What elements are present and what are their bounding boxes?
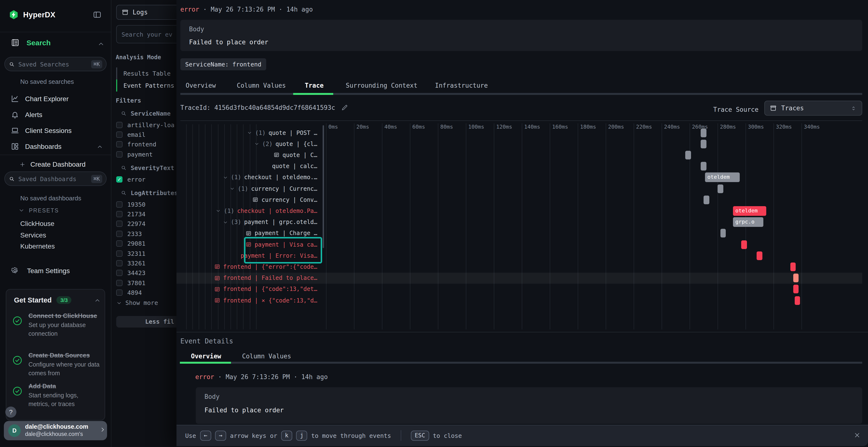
filter-option[interactable]: 34423 <box>116 268 145 278</box>
span-bar[interactable] <box>685 151 691 160</box>
sidebar-item-team-settings[interactable]: Team Settings <box>10 266 70 275</box>
close-icon[interactable] <box>854 432 861 439</box>
get-started-item[interactable]: Connect to ClickHouseSet up your databas… <box>12 312 100 338</box>
checkbox[interactable] <box>116 289 123 296</box>
checkbox[interactable] <box>116 122 123 128</box>
sidebar-item-chart-explorer[interactable]: Chart Explorer <box>0 92 111 106</box>
filter-option[interactable]: artillery-loa <box>116 120 175 130</box>
sidebar-item-dashboards[interactable]: Dashboards <box>0 139 111 154</box>
saved-searches-input[interactable]: Saved Searches ⌘K <box>4 57 106 71</box>
checkbox[interactable] <box>116 240 123 247</box>
trace-tree-row[interactable]: (1)checkout | oteldemo.Pa… <box>177 205 317 216</box>
sidebar-item-search[interactable]: Search <box>10 38 51 47</box>
trace-tree-row[interactable]: frontend | {"code":13,"det… <box>177 284 317 295</box>
user-menu[interactable]: D dale@clickhouse.com dale@clickhouse.co… <box>4 421 107 440</box>
filter-option[interactable]: 21734 <box>116 209 145 219</box>
service-name-chip[interactable]: ServiceName: frontend <box>180 58 266 70</box>
chevron-down-icon[interactable] <box>254 141 259 147</box>
span-bar[interactable] <box>790 263 796 271</box>
tab-trace[interactable]: Trace <box>305 82 323 89</box>
get-started-item[interactable]: Add DataStart sending logs, metrics, or … <box>12 382 100 409</box>
trace-tree-row[interactable]: (2)quote | {cl… <box>177 138 317 149</box>
checkbox[interactable] <box>116 221 123 227</box>
tab-infrastructure[interactable]: Infrastructure <box>435 82 488 89</box>
span-bar[interactable] <box>793 274 799 282</box>
sidebar-item-kubernetes[interactable]: Kubernetes <box>20 242 55 250</box>
sidebar-item-alerts[interactable]: Alerts <box>0 107 111 122</box>
trace-tree-row[interactable]: (1)checkout | oteldemo.… <box>177 172 317 183</box>
trace-tree-row[interactable]: frontend | Failed to place… <box>177 272 317 283</box>
checkbox[interactable] <box>116 280 123 286</box>
tab-overview[interactable]: Overview <box>186 82 216 89</box>
filter-option[interactable]: 29081 <box>116 239 145 248</box>
saved-dashboards-input[interactable]: Saved Dashboards ⌘K <box>4 171 106 186</box>
tab-surrounding-context[interactable]: Surrounding Context <box>346 82 417 89</box>
filter-option[interactable]: 37801 <box>116 278 145 287</box>
checkbox[interactable] <box>116 132 123 138</box>
checkbox[interactable] <box>116 151 123 157</box>
analysis-mode-event-patterns[interactable]: Event Patterns <box>123 82 174 89</box>
filter-option[interactable]: frontend <box>116 140 156 149</box>
checkbox[interactable] <box>116 141 123 148</box>
checkbox-checked[interactable]: ✓ <box>116 176 123 182</box>
trace-tree-row[interactable]: (1)quote | POST … <box>177 127 317 138</box>
trace-tree-row[interactable]: frontend | ⨯ {"code":13,"d… <box>177 295 317 306</box>
create-dashboard-button[interactable]: Create Dashboard <box>19 161 86 168</box>
chevron-down-icon[interactable] <box>247 130 252 135</box>
chevron-down-icon[interactable] <box>222 219 228 225</box>
event-details-tab-overview[interactable]: Overview <box>191 353 221 360</box>
filter-option[interactable]: 2333 <box>116 229 142 238</box>
chevron-up-icon[interactable] <box>97 40 105 48</box>
chevron-down-icon[interactable] <box>222 175 228 180</box>
event-details-tab-column-values[interactable]: Column Values <box>242 353 291 360</box>
checkbox[interactable] <box>116 201 123 207</box>
sidebar-item-clickhouse[interactable]: ClickHouse <box>20 220 55 227</box>
span-bar[interactable]: oteldem <box>733 206 766 216</box>
span-bar[interactable] <box>795 296 800 305</box>
trace-tree-row[interactable]: (3)payment | grpc.oteld… <box>177 216 317 228</box>
search-icon[interactable] <box>121 190 127 196</box>
brand[interactable]: HyperDX <box>9 10 56 20</box>
span-bar[interactable] <box>701 162 706 171</box>
span-bar[interactable]: grpc.o <box>733 217 764 227</box>
analysis-mode-results-table[interactable]: Results Table <box>123 70 171 77</box>
filter-option[interactable]: 19350 <box>116 199 145 209</box>
help-button[interactable]: ? <box>5 407 17 418</box>
trace-tree-row[interactable]: currency | Conv… <box>177 194 317 205</box>
filter-option[interactable]: 4894 <box>116 288 142 298</box>
checkbox[interactable] <box>116 211 123 217</box>
get-started-item[interactable]: Create Data SourcesConfigure where your … <box>12 351 100 378</box>
show-more-button[interactable]: Show more <box>116 299 158 306</box>
span-bar[interactable] <box>720 229 726 238</box>
span-bar[interactable] <box>756 251 762 260</box>
trace-source-select[interactable]: Traces <box>764 101 862 115</box>
span-bar[interactable] <box>701 128 706 137</box>
chevron-down-icon[interactable] <box>216 208 221 214</box>
checkbox[interactable] <box>116 260 123 266</box>
filter-option[interactable]: email <box>116 130 145 139</box>
search-icon[interactable] <box>121 165 127 171</box>
filter-option[interactable]: 22974 <box>116 219 145 229</box>
span-bar[interactable] <box>741 240 747 249</box>
filter-option[interactable]: 32311 <box>116 248 145 258</box>
span-bar[interactable] <box>704 195 709 204</box>
checkbox[interactable] <box>116 231 123 237</box>
trace-tree-row[interactable]: quote | calc… <box>177 161 317 172</box>
filter-option[interactable]: 33261 <box>116 259 145 268</box>
trace-tree-row[interactable]: quote | C… <box>177 149 317 161</box>
span-bar[interactable] <box>717 184 723 193</box>
sidebar-collapse-icon[interactable] <box>93 10 102 19</box>
presets-toggle[interactable]: PRESETS <box>18 207 59 213</box>
checkbox[interactable] <box>116 270 123 276</box>
tab-column-values[interactable]: Column Values <box>237 82 286 89</box>
filter-option[interactable]: payment <box>116 149 153 159</box>
span-bar[interactable]: oteldem <box>705 173 740 182</box>
chevron-down-icon[interactable] <box>229 186 235 191</box>
search-icon[interactable] <box>121 110 127 116</box>
sidebar-item-services[interactable]: Services <box>20 231 46 239</box>
tree-scrollbar[interactable] <box>322 125 324 248</box>
filter-option[interactable]: ✓error <box>116 174 145 184</box>
sidebar-item-client-sessions[interactable]: Client Sessions <box>0 123 111 138</box>
span-bar[interactable] <box>793 285 799 294</box>
edit-pencil-icon[interactable] <box>341 104 348 111</box>
